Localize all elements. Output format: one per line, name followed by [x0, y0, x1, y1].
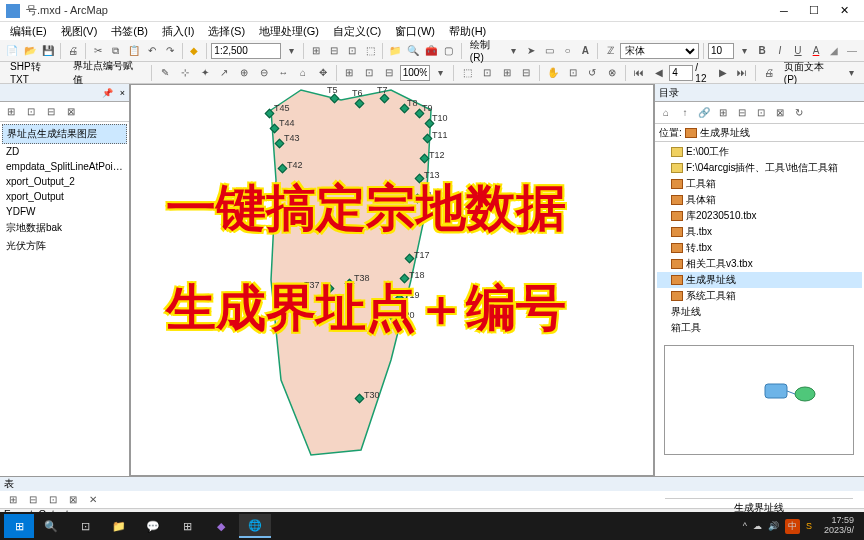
- scale-input[interactable]: [211, 43, 281, 59]
- prev-page-icon[interactable]: ◀: [650, 64, 668, 82]
- menu-select[interactable]: 选择(S): [202, 22, 251, 41]
- cat-connect-icon[interactable]: 🔗: [695, 104, 713, 122]
- underline-icon[interactable]: U: [790, 42, 806, 60]
- add-data-icon[interactable]: ◆: [186, 42, 202, 60]
- search-icon[interactable]: 🔍: [405, 42, 421, 60]
- attr-t5-icon[interactable]: ✕: [84, 491, 102, 509]
- t7-icon[interactable]: ↔: [274, 64, 292, 82]
- t8-icon[interactable]: ⌂: [294, 64, 312, 82]
- t15-icon[interactable]: ⊞: [498, 64, 516, 82]
- cat-t4-icon[interactable]: ⊞: [714, 104, 732, 122]
- tree-item[interactable]: 界址线: [657, 304, 862, 320]
- t9-icon[interactable]: ✥: [314, 64, 332, 82]
- cat-up-icon[interactable]: ↑: [676, 104, 694, 122]
- draw-label[interactable]: 绘制(R): [466, 38, 504, 63]
- tree-item[interactable]: 具.tbx: [657, 224, 862, 240]
- search-icon[interactable]: 🔍: [35, 514, 67, 538]
- arcmap-icon[interactable]: 🌐: [239, 514, 271, 538]
- t13-icon[interactable]: ⬚: [458, 64, 476, 82]
- clock[interactable]: 17:59 2023/9/: [818, 516, 860, 536]
- menu-geoprocessing[interactable]: 地理处理(G): [253, 22, 325, 41]
- start-button[interactable]: ⊞: [4, 514, 34, 538]
- toc-body[interactable]: 界址点生成结果图层 ZD empdata_SplitLineAtPointuuu…: [0, 122, 129, 476]
- menu-view[interactable]: 视图(V): [55, 22, 104, 41]
- save-icon[interactable]: 💾: [40, 42, 56, 60]
- toc-source-icon[interactable]: ⊡: [22, 103, 40, 121]
- toc-layer[interactable]: xport_Output: [2, 189, 127, 204]
- tray-app-icon[interactable]: S: [806, 521, 812, 531]
- toc-layer[interactable]: 宗地数据bak: [2, 219, 127, 237]
- python-icon[interactable]: ▢: [441, 42, 457, 60]
- undo-icon[interactable]: ↶: [144, 42, 160, 60]
- redo-icon[interactable]: ↷: [162, 42, 178, 60]
- tool2-icon[interactable]: ⊟: [326, 42, 342, 60]
- scale-dropdown-icon[interactable]: ▾: [283, 42, 299, 60]
- tree-item[interactable]: 具体箱: [657, 192, 862, 208]
- app1-icon[interactable]: ⊞: [171, 514, 203, 538]
- tool1-icon[interactable]: ⊞: [308, 42, 324, 60]
- bold-icon[interactable]: B: [754, 42, 770, 60]
- tree-item[interactable]: 工具箱: [657, 176, 862, 192]
- toc-layer[interactable]: 界址点生成结果图层: [2, 124, 127, 144]
- first-page-icon[interactable]: ⏮: [630, 64, 648, 82]
- cat-t5-icon[interactable]: ⊟: [733, 104, 751, 122]
- toc-select-icon[interactable]: ⊠: [62, 103, 80, 121]
- pin-icon[interactable]: 📌: [102, 88, 113, 98]
- catalog-icon[interactable]: 📁: [387, 42, 403, 60]
- menu-customize[interactable]: 自定义(C): [327, 22, 387, 41]
- tree-item[interactable]: 库20230510.tbx: [657, 208, 862, 224]
- toolbox-icon[interactable]: 🧰: [423, 42, 439, 60]
- menu-window[interactable]: 窗口(W): [389, 22, 441, 41]
- tree-item[interactable]: 系统工具箱: [657, 288, 862, 304]
- attr-t3-icon[interactable]: ⊡: [44, 491, 62, 509]
- tree-item[interactable]: 转.tbx: [657, 240, 862, 256]
- fontsize-dropdown-icon[interactable]: ▾: [736, 42, 752, 60]
- toc-layer[interactable]: xport_Output_2: [2, 174, 127, 189]
- font-select[interactable]: 宋体: [620, 43, 699, 59]
- zoom-input[interactable]: [400, 65, 430, 81]
- maximize-button[interactable]: ☐: [800, 2, 828, 20]
- minimize-button[interactable]: ─: [770, 2, 798, 20]
- t18-icon[interactable]: ↺: [584, 64, 602, 82]
- rect-icon[interactable]: ▭: [541, 42, 557, 60]
- tree-item[interactable]: E:\00工作: [657, 144, 862, 160]
- tray-net-icon[interactable]: 🔊: [768, 521, 779, 531]
- tree-item[interactable]: 相关工具v3.tbx: [657, 256, 862, 272]
- cat-home-icon[interactable]: ⌂: [657, 104, 675, 122]
- ime-indicator[interactable]: 中: [785, 519, 800, 534]
- toc-layer[interactable]: 光伏方阵: [2, 237, 127, 255]
- boundary-number-button[interactable]: 界址点编号赋值: [67, 59, 148, 87]
- close-button[interactable]: ✕: [830, 2, 858, 20]
- last-page-icon[interactable]: ⏭: [733, 64, 751, 82]
- tree-item[interactable]: 生成界址线: [657, 272, 862, 288]
- t4-icon[interactable]: ↗: [215, 64, 233, 82]
- toc-close-icon[interactable]: ×: [120, 88, 125, 98]
- fontcolor-icon[interactable]: A: [808, 42, 824, 60]
- open-icon[interactable]: 📂: [22, 42, 38, 60]
- page-input[interactable]: [669, 65, 693, 81]
- copy-icon[interactable]: ⧉: [108, 42, 124, 60]
- fillcolor-icon[interactable]: ◢: [826, 42, 842, 60]
- font-icon[interactable]: ℤ: [602, 42, 618, 60]
- t3-icon[interactable]: ✦: [196, 64, 214, 82]
- t16-icon[interactable]: ⊟: [517, 64, 535, 82]
- cat-t7-icon[interactable]: ⊠: [771, 104, 789, 122]
- t2-icon[interactable]: ⊹: [176, 64, 194, 82]
- toc-layer[interactable]: YDFW: [2, 204, 127, 219]
- toc-layer[interactable]: ZD: [2, 144, 127, 159]
- toc-list-icon[interactable]: ⊞: [2, 103, 20, 121]
- taskview-icon[interactable]: ⊡: [69, 514, 101, 538]
- cat-refresh-icon[interactable]: ↻: [790, 104, 808, 122]
- attr-t4-icon[interactable]: ⊠: [64, 491, 82, 509]
- menu-bookmark[interactable]: 书签(B): [105, 22, 154, 41]
- tree-item[interactable]: F:\04arcgis插件、工具\地信工具箱: [657, 160, 862, 176]
- t17-icon[interactable]: ⊡: [564, 64, 582, 82]
- linecolor-icon[interactable]: —: [844, 42, 860, 60]
- cat-t6-icon[interactable]: ⊡: [752, 104, 770, 122]
- tree-item[interactable]: 箱工具: [657, 320, 862, 336]
- text-icon[interactable]: A: [577, 42, 593, 60]
- pointer-icon[interactable]: ➤: [523, 42, 539, 60]
- print-ddp-icon[interactable]: 🖨: [760, 64, 778, 82]
- t11-icon[interactable]: ⊡: [360, 64, 378, 82]
- shp2txt-button[interactable]: SHP转TXT: [4, 60, 65, 85]
